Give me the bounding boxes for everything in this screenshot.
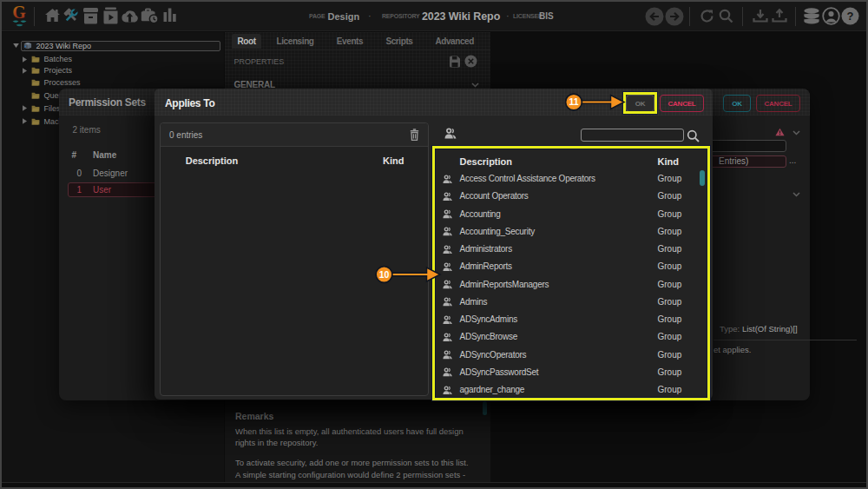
svg-text:10: 10 (379, 269, 390, 280)
svg-text:11: 11 (569, 96, 578, 107)
